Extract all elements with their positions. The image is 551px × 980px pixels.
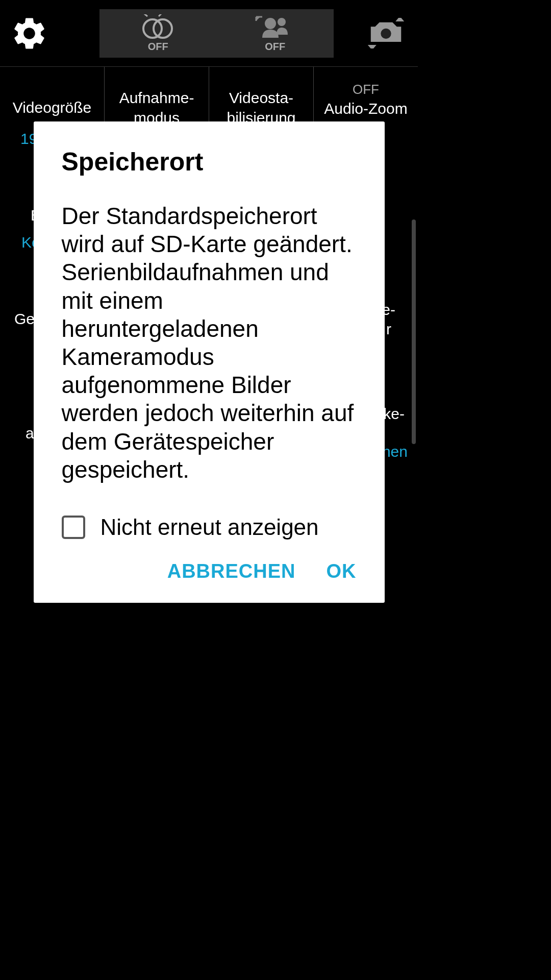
checkbox-label: Nicht erneut anzeigen [101,514,319,540]
dialog-overlay: Speicherort Der Standardspeicherort wird… [0,0,418,743]
dialog-actions: ABBRECHEN OK [62,560,357,582]
dialog-title: Speicherort [62,147,357,177]
checkbox-icon[interactable] [62,516,85,539]
ok-button[interactable]: OK [327,560,357,582]
dont-show-again-row[interactable]: Nicht erneut anzeigen [62,514,357,540]
cancel-button[interactable]: ABBRECHEN [167,560,296,582]
dialog-body: Der Standardspeicherort wird auf SD-Kart… [62,202,357,484]
storage-dialog: Speicherort Der Standardspeicherort wird… [34,121,385,603]
